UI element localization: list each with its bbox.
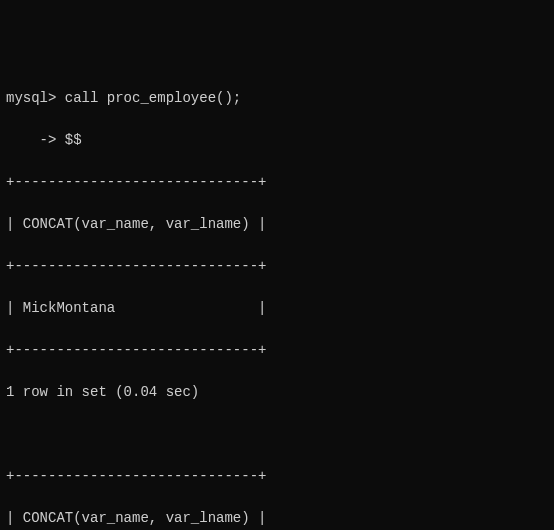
table-border: +-----------------------------+ <box>6 466 548 487</box>
table-row: | MickMontana | <box>6 298 548 319</box>
table-border: +-----------------------------+ <box>6 340 548 361</box>
command-line-2: -> $$ <box>6 130 548 151</box>
table-border: +-----------------------------+ <box>6 256 548 277</box>
table-header: | CONCAT(var_name, var_lname) | <box>6 508 548 529</box>
table-border: +-----------------------------+ <box>6 172 548 193</box>
command-line-1: mysql> call proc_employee(); <box>6 88 548 109</box>
table-header: | CONCAT(var_name, var_lname) | <box>6 214 548 235</box>
blank-line <box>6 424 548 445</box>
result-timing: 1 row in set (0.04 sec) <box>6 382 548 403</box>
